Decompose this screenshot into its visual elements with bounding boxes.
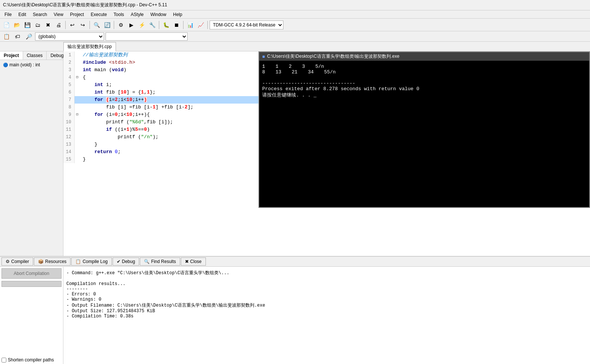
- compile-line-compile-time: - Compilation Time: 0.38s: [66, 314, 587, 319]
- menu-help[interactable]: Help: [170, 11, 185, 18]
- bottom-panel: ⚙ Compiler 📦 Resources 📋 Compile Log ✔ D…: [0, 256, 590, 364]
- compiler-dropdown[interactable]: TDM-GCC 4.9.2 64-bit Release: [210, 20, 283, 29]
- bottom-content: Abort Compilation Shorten compiler paths…: [0, 267, 590, 364]
- menu-execute[interactable]: Execute: [88, 11, 110, 18]
- profile-btn[interactable]: 📊: [185, 20, 195, 30]
- debug-btn[interactable]: 🐛: [161, 20, 171, 30]
- compile-run-btn[interactable]: ⚡: [137, 20, 147, 30]
- tree-item-main[interactable]: 🔵 main (void) : int: [1, 61, 62, 68]
- terminal-title: ■ C:\Users\佳美\Desktop\C语言重头学\数组类\输出斐波那契数…: [259, 52, 589, 61]
- menu-search[interactable]: Search: [30, 11, 50, 18]
- terminal-body: 1 1 2 3 5/n 8 13 21 34 55/n ----------: [259, 61, 589, 135]
- project-tree: 🔵 main (void) : int: [0, 60, 63, 256]
- bottom-tab-resources[interactable]: 📦 Resources: [34, 257, 70, 266]
- progress-bar: [1, 281, 62, 287]
- menu-edit[interactable]: Edit: [15, 11, 29, 18]
- print-btn[interactable]: 🖨: [54, 20, 63, 30]
- menu-project[interactable]: Project: [67, 11, 87, 18]
- menu-file[interactable]: File: [1, 11, 15, 18]
- tab-bar: 输出斐波那契数列.cpp: [0, 42, 590, 51]
- sep4: [159, 21, 159, 29]
- compiler-icon: ⚙: [6, 259, 10, 264]
- terminal-icon: ■: [262, 54, 265, 59]
- bottom-tab-find-results[interactable]: 🔍 Find Results: [140, 257, 180, 266]
- compile-line-warnings: - Warnings: 0: [66, 297, 587, 302]
- compile-line-sep: --------: [66, 287, 587, 292]
- compile-log-icon: 📋: [75, 259, 81, 264]
- tab-main-file[interactable]: 输出斐波那契数列.cpp: [63, 42, 116, 51]
- bottom-tab-compiler[interactable]: ⚙ Compiler: [1, 257, 33, 266]
- find-results-icon: 🔍: [144, 259, 150, 264]
- second-toolbar-dropdown[interactable]: [106, 32, 188, 41]
- left-tabs: Project Classes Debug: [0, 51, 63, 60]
- bottom-tab-debug[interactable]: ✔ Debug: [113, 257, 139, 266]
- redo-btn[interactable]: ↪: [78, 20, 88, 30]
- sep1: [65, 21, 66, 29]
- terminal-prompt: 请按任意键继续. . . _: [262, 92, 586, 98]
- sep6: [207, 21, 208, 29]
- abort-compilation-button[interactable]: Abort Compilation: [1, 268, 62, 279]
- open-btn[interactable]: 📂: [12, 20, 22, 30]
- terminal-title-text: C:\Users\佳美\Desktop\C语言重头学\数组类\输出斐波那契数列.…: [267, 53, 399, 60]
- globals-dropdown[interactable]: (globals): [35, 32, 104, 41]
- replace-btn[interactable]: 🔄: [102, 20, 112, 30]
- close-btn[interactable]: ✖: [43, 20, 53, 30]
- shorten-paths-label: Shorten compiler paths: [8, 357, 54, 363]
- compile-line-results: Compilation results...: [66, 281, 587, 287]
- rebuild-btn[interactable]: 🔧: [147, 20, 157, 30]
- left-tab-project[interactable]: Project: [0, 51, 23, 60]
- terminal-output-nums: 1 1 2 3 5/n: [262, 64, 586, 69]
- shorten-paths-checkbox[interactable]: [1, 358, 6, 363]
- bottom-tabs: ⚙ Compiler 📦 Resources 📋 Compile Log ✔ D…: [0, 257, 590, 267]
- compile-line-output-filename: - Output Filename: C:\Users\佳美\Desktop\C…: [66, 302, 587, 308]
- menu-bar: File Edit Search View Project Execute To…: [0, 10, 590, 19]
- menu-tools[interactable]: Tools: [111, 11, 127, 18]
- compile-line-blank: [66, 276, 587, 281]
- save-btn[interactable]: 💾: [22, 20, 32, 30]
- sep2: [90, 21, 90, 29]
- class-btn[interactable]: 🏷: [13, 32, 22, 41]
- new-btn[interactable]: 📄: [1, 20, 11, 30]
- profile2-btn[interactable]: 📈: [196, 20, 205, 30]
- compile-output: - Command: g++.exe "C:\Users\佳美\Desktop\…: [63, 267, 590, 364]
- terminal-exit-text: Process exited after 8.278 seconds with …: [262, 86, 586, 92]
- left-tab-classes[interactable]: Classes: [23, 51, 47, 60]
- left-panel: Project Classes Debug 🔵 main (void) : in…: [0, 51, 63, 256]
- title-text: C:\Users\佳美\Desktop\C语言重头学\数组类\输出斐波那契数列.…: [3, 2, 167, 8]
- menu-window[interactable]: Window: [147, 11, 169, 18]
- title-bar: C:\Users\佳美\Desktop\C语言重头学\数组类\输出斐波那契数列.…: [0, 0, 590, 10]
- compile-line-command: - Command: g++.exe "C:\Users\佳美\Desktop\…: [66, 270, 587, 276]
- sep5: [183, 21, 183, 29]
- stop-btn[interactable]: ⏹: [172, 20, 181, 30]
- undo-btn[interactable]: ↩: [68, 20, 77, 30]
- run-btn[interactable]: ▶: [126, 20, 136, 30]
- toolbar: 📄 📂 💾 🗂 ✖ 🖨 ↩ ↪ 🔍 🔄 ⚙ ▶ ⚡ 🔧 🐛 ⏹ 📊 📈 TDM-…: [0, 19, 590, 31]
- compile-line-errors: - Errors: 0: [66, 292, 587, 297]
- bottom-tab-compile-log[interactable]: 📋 Compile Log: [71, 257, 112, 266]
- terminal-output-nums2: 8 13 21 34 55/n: [262, 69, 586, 75]
- bottom-left-panel: Abort Compilation Shorten compiler paths: [0, 267, 63, 364]
- menu-astyle[interactable]: AStyle: [128, 11, 147, 18]
- search-btn[interactable]: 🔍: [92, 20, 101, 30]
- bottom-tab-close[interactable]: ✖ Close: [181, 257, 206, 266]
- save-all-btn[interactable]: 🗂: [33, 20, 43, 30]
- debug-tab-icon: ✔: [117, 259, 120, 264]
- toolbar2: 📋 🏷 🔎 (globals): [0, 31, 590, 42]
- compile-btn[interactable]: ⚙: [116, 20, 126, 30]
- menu-view[interactable]: View: [51, 11, 66, 18]
- compile-line-output-size: - Output Size: 127.9521484375 KiB: [66, 308, 587, 314]
- terminal-window[interactable]: ■ C:\Users\佳美\Desktop\C语言重头学\数组类\输出斐波那契数…: [258, 51, 590, 208]
- project-btn[interactable]: 📋: [1, 32, 11, 41]
- debug2-btn[interactable]: 🔎: [24, 32, 34, 41]
- main-wrapper: Project Classes Debug 🔵 main (void) : in…: [0, 51, 590, 256]
- terminal-separator: --------------------------------: [262, 80, 586, 86]
- resources-icon: 📦: [38, 259, 44, 264]
- sep3: [114, 21, 114, 29]
- close-tab-icon: ✖: [185, 259, 189, 264]
- shorten-paths-container: Shorten compiler paths: [1, 357, 62, 363]
